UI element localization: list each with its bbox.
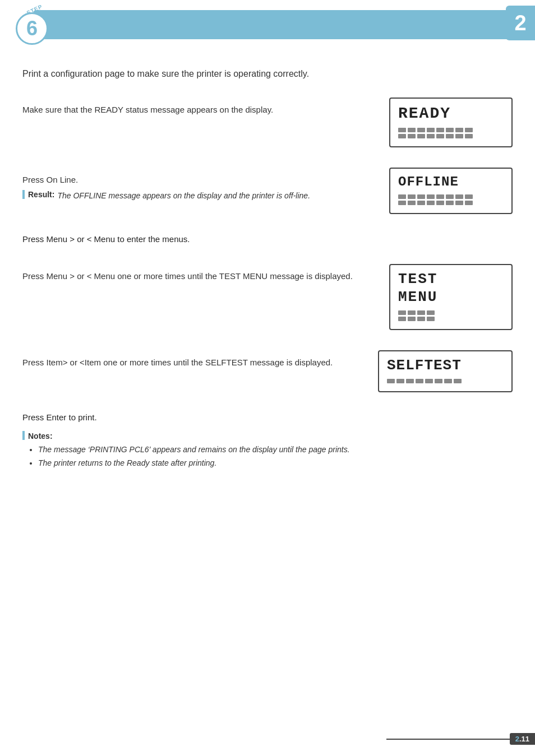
result-label: Result:: [28, 190, 54, 199]
lcd-testmenu-line2: MENU: [398, 289, 504, 306]
lcd-testmenu: TEST MENU: [389, 264, 513, 330]
note-item-1: The message ‘PRINTING PCL6’ appears and …: [38, 443, 350, 457]
footer-page-main: 2: [515, 735, 519, 743]
step-enter-instruction: Press Enter to print.: [22, 412, 513, 422]
lcd-testmenu-line1: TEST: [398, 271, 504, 288]
step-ready: Make sure that the READY status message …: [22, 98, 513, 147]
footer-line: [386, 739, 510, 740]
notes-content: Notes: The message ‘PRINTING PCL6’ appea…: [28, 430, 350, 470]
step-menu1-instruction: Press Menu > or < Menu to enter the menu…: [22, 234, 513, 244]
step-offline-text: Press On Line. Result: The OFFLINE messa…: [22, 168, 372, 202]
lcd-ready-text: READY: [398, 104, 504, 123]
step-enter: Press Enter to print. Notes: The message…: [22, 412, 513, 470]
footer: 2.11: [386, 733, 535, 745]
step-selftest: Press Item> or <Item one or more times u…: [22, 350, 513, 392]
lcd-offline-text: OFFLINE: [398, 174, 504, 191]
header: STEP 6 2: [0, 0, 535, 50]
step-testmenu-text: Press Menu > or < Menu one or more times…: [22, 264, 372, 283]
notes-bar: [22, 431, 25, 440]
result-bar: [22, 190, 25, 199]
step-menu1: Press Menu > or < Menu to enter the menu…: [22, 234, 513, 244]
page-badge-top: 2: [506, 6, 535, 40]
lcd-ready-pixels: [398, 128, 504, 138]
footer-page: 2.11: [510, 733, 535, 745]
step-selftest-text: Press Item> or <Item one or more times u…: [22, 350, 361, 369]
step-offline: Press On Line. Result: The OFFLINE messa…: [22, 168, 513, 215]
lcd-offline-pixels: [398, 194, 504, 205]
lcd-selftest-text: SELFTEST: [387, 357, 504, 374]
step-selftest-instruction: Press Item> or <Item one or more times u…: [22, 356, 361, 369]
step-number: 6: [16, 12, 48, 45]
step-ready-text: Make sure that the READY status message …: [22, 98, 372, 117]
note-item-2: The printer returns to the Ready state a…: [38, 457, 350, 470]
main-content: Print a configuration page to make sure …: [0, 50, 535, 512]
intro-text: Print a configuration page to make sure …: [22, 67, 513, 81]
notes-label: Notes:: [28, 432, 53, 440]
header-bar: [34, 10, 535, 39]
step-testmenu: Press Menu > or < Menu one or more times…: [22, 264, 513, 330]
step-testmenu-instruction: Press Menu > or < Menu one or more times…: [22, 270, 372, 283]
lcd-testmenu-pixels: [398, 310, 504, 321]
lcd-offline: OFFLINE: [389, 168, 513, 215]
lcd-ready: READY: [389, 98, 513, 147]
result-text: The OFFLINE message appears on the displ…: [57, 190, 310, 202]
notes-list: The message ‘PRINTING PCL6’ appears and …: [38, 443, 350, 470]
footer-subpage: 11: [522, 735, 529, 743]
lcd-selftest: SELFTEST: [378, 350, 513, 392]
step-offline-instruction: Press On Line.: [22, 173, 372, 187]
step-circle-container: STEP 6: [10, 4, 50, 45]
lcd-selftest-pixels: [387, 379, 504, 383]
step-ready-instruction: Make sure that the READY status message …: [22, 103, 372, 117]
result-block: Result: The OFFLINE message appears on t…: [22, 190, 372, 202]
